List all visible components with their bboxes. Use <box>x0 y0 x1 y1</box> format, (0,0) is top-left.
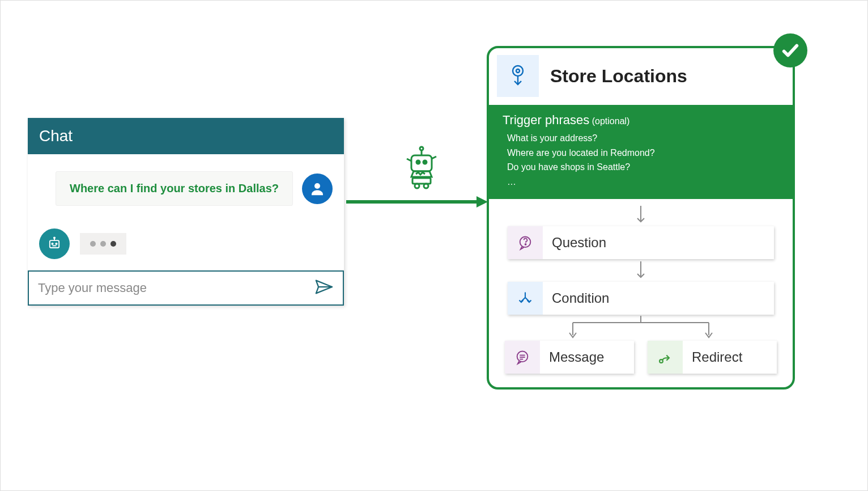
topic-icon <box>497 55 539 97</box>
trigger-phrase: What is your address? <box>507 131 779 146</box>
chat-header: Chat <box>28 118 344 154</box>
bot-avatar-icon <box>39 228 70 259</box>
trigger-phrases-section: Trigger phrases (optional) What is your … <box>489 105 793 199</box>
flow-area: Question Condition Message <box>489 199 793 387</box>
typing-dot-icon <box>90 241 96 247</box>
svg-point-10 <box>423 160 427 164</box>
message-node[interactable]: Message <box>505 341 634 374</box>
redirect-icon <box>648 341 683 374</box>
trigger-phrase-list: What is your address? Where are you loca… <box>503 131 779 189</box>
node-label: Message <box>540 349 604 365</box>
trigger-optional-label: (optional) <box>592 116 630 126</box>
svg-line-14 <box>432 156 436 159</box>
trigger-phrase: Where are you located in Redmond? <box>507 146 779 160</box>
message-input[interactable] <box>38 281 314 295</box>
user-message: Where can I find your stores in Dallas? <box>56 171 293 206</box>
svg-rect-15 <box>412 178 431 184</box>
redirect-node[interactable]: Redirect <box>648 341 777 374</box>
user-message-row: Where can I find your stores in Dallas? <box>39 171 333 206</box>
trigger-phrase: Do you have shops in Seattle? <box>507 160 779 175</box>
svg-point-21 <box>516 69 520 73</box>
node-label: Redirect <box>683 349 742 365</box>
message-icon <box>505 341 540 374</box>
send-button[interactable] <box>314 278 334 298</box>
trigger-title-row: Trigger phrases (optional) <box>503 113 779 128</box>
svg-point-25 <box>525 244 526 245</box>
arrow-down-icon <box>635 260 646 281</box>
branch-arrow-icon <box>508 315 774 341</box>
typing-dot-icon <box>110 241 116 247</box>
svg-point-17 <box>424 184 428 188</box>
svg-point-4 <box>52 243 53 244</box>
trigger-title: Trigger phrases <box>503 113 589 127</box>
svg-point-20 <box>513 66 523 76</box>
svg-point-12 <box>420 147 423 150</box>
flow-arrow-robot <box>346 145 493 215</box>
svg-point-5 <box>56 243 57 244</box>
condition-node[interactable]: Condition <box>508 282 774 315</box>
svg-rect-8 <box>411 155 432 171</box>
checkmark-badge-icon <box>773 33 807 67</box>
chat-panel: Chat Where can I find your stores in Dal… <box>28 118 344 306</box>
question-node[interactable]: Question <box>508 226 774 259</box>
user-avatar-icon <box>302 173 333 204</box>
chat-body: Where can I find your stores in Dallas? <box>28 154 344 270</box>
branch-row: Message Redirect <box>500 341 781 374</box>
node-label: Condition <box>543 290 609 306</box>
condition-icon <box>508 282 543 315</box>
svg-point-0 <box>314 183 320 189</box>
question-icon <box>508 226 543 259</box>
svg-point-9 <box>416 160 420 164</box>
svg-point-3 <box>54 237 55 238</box>
node-label: Question <box>543 235 606 251</box>
svg-point-34 <box>517 352 528 362</box>
topic-title: Store Locations <box>550 66 687 87</box>
svg-rect-1 <box>50 240 59 248</box>
topic-panel: Store Locations Trigger phrases (optiona… <box>487 46 795 390</box>
topic-header: Store Locations <box>489 48 793 105</box>
typing-dot-icon <box>100 241 106 247</box>
svg-marker-19 <box>476 196 488 208</box>
typing-indicator <box>80 233 126 255</box>
arrow-down-icon <box>635 205 646 225</box>
trigger-phrase-more: … <box>507 175 779 189</box>
bot-typing-row <box>39 228 333 259</box>
svg-point-16 <box>415 184 419 188</box>
chat-input-container <box>28 270 344 306</box>
svg-point-38 <box>659 359 663 363</box>
